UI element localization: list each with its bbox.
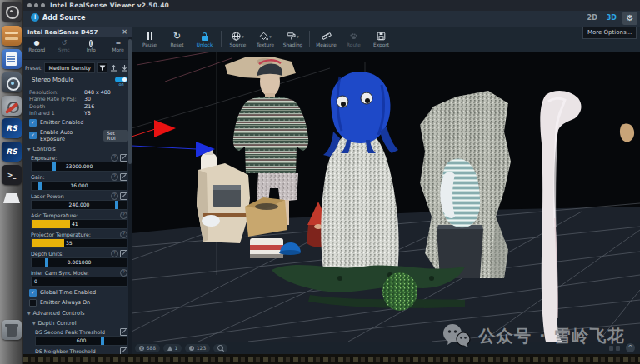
depth-control-header[interactable]: ▼ Depth Control [23,317,132,327]
ruler-icon [322,32,332,41]
viewport-3d: Pause ↻ Reset Unlock ▾ Source [132,27,640,354]
record-icon: ● [34,39,40,47]
file-manager-icon[interactable] [2,26,22,46]
display-icon[interactable] [2,188,22,208]
set-roi-button[interactable]: Set ROI [103,130,128,142]
device-panel-header: Intel RealSense D457 × [23,27,132,37]
controls-section-header[interactable]: ▼ Controls [23,143,132,153]
inter-cam-sync: Inter Cam Sync Mode: ? 0 [23,268,132,287]
gain-slider[interactable]: 16.000 [31,181,128,191]
auto-exposure-checkbox[interactable]: ✓ [29,132,37,139]
panel-scrollbar[interactable] [128,37,132,354]
small-object-right [620,123,634,142]
edit-icon[interactable] [120,347,128,355]
texture-dropdown[interactable]: ▾ Texture [252,32,279,47]
errors-badge[interactable]: × 688 [135,344,160,352]
stereo-module-row: Stereo Module on [23,75,132,87]
preset-row: Preset: Medium Density [23,60,132,75]
shading-dropdown[interactable]: ▾ Shading [279,32,307,47]
edit-icon[interactable] [120,154,128,162]
terminal-icon[interactable]: >_ [2,165,22,185]
help-icon[interactable]: ? [111,250,118,257]
paint-bucket-icon [259,32,268,41]
tab-3d[interactable]: 3D [607,14,617,22]
trash-icon[interactable] [2,320,22,340]
window-title: Intel RealSense Viewer v2.50.40 [50,2,169,9]
close-icon[interactable]: × [122,28,128,36]
upload-preset-button[interactable] [109,63,118,72]
help-icon[interactable]: ? [120,212,128,219]
info-button[interactable]: i Info [78,39,105,59]
measure-button[interactable]: Measure [312,32,340,47]
save-icon [377,32,386,41]
help-icon[interactable]: ? [111,154,118,162]
app-header: + Add Source 2D 3D ⚙ [23,11,640,27]
advanced-controls-header[interactable]: ▼ Advanced Controls [23,307,132,317]
document-editor-icon[interactable] [2,49,22,69]
error-icon: × [139,346,144,351]
realsense-app-icon[interactable]: RS [2,118,22,138]
global-time-checkbox[interactable]: ✓ [29,289,37,297]
desktop-wallpaper-strip [23,354,640,364]
help-icon[interactable]: ? [120,231,128,238]
help-icon[interactable]: ? [111,173,118,181]
paw-icon [349,32,358,41]
chevron-down-icon: ▾ [297,34,299,39]
emitter-enabled-checkbox[interactable]: ✓ [29,119,37,127]
camera-app-icon[interactable] [2,72,22,92]
info-icon: i [89,40,92,47]
laser-power-slider[interactable]: 240.000 [31,200,128,210]
watermark: 公众号 · 雪岭飞花 [442,323,626,348]
record-button[interactable]: ● Record [23,39,51,59]
add-source-button[interactable]: + Add Source [31,13,86,22]
pause-button[interactable]: Pause [136,32,163,47]
help-icon[interactable]: ? [111,192,118,200]
settings-gear-button[interactable]: ⚙ [622,12,638,25]
window-controls[interactable] [28,3,45,7]
export-button[interactable]: Export [368,32,395,47]
device-panel: Intel RealSense D457 × ● Record ↺ Sync i… [23,27,132,354]
notifications-badge[interactable]: i 123 [185,344,210,352]
caret-down-icon: ▼ [32,322,35,326]
reset-button[interactable]: ↻ Reset [163,32,191,47]
realsense-app-icon-2[interactable]: RS [2,142,22,162]
exposure-slider[interactable]: 33000.000 [31,162,128,172]
app-lens-icon[interactable] [2,2,22,22]
pointcloud-scene[interactable] [132,52,640,342]
unlock-button[interactable]: Unlock [191,32,218,47]
magenta-guides [137,52,232,82]
octopus-figure-pointcloud [321,72,398,280]
ds-second-peak-slider[interactable]: 600 [35,336,128,346]
source-dropdown[interactable]: ▾ Source [224,32,252,47]
window-titlebar: Intel RealSense Viewer v2.50.40 [23,0,640,12]
info-icon: i [189,346,194,351]
reset-icon: ↻ [173,32,181,42]
desktop: RS RS >_ Intel RealSense Viewer v2.50.40… [0,0,640,364]
edit-icon[interactable] [120,173,128,181]
warnings-badge[interactable]: 1 [163,344,182,352]
device-title: Intel RealSense D457 [28,29,98,36]
sync-button[interactable]: ↺ Sync [51,39,78,59]
inter-cam-sync-input[interactable]: 0 [31,277,128,287]
tab-2d[interactable]: 2D [588,14,598,22]
warning-icon [168,346,172,351]
stereo-module-toggle[interactable] [115,77,128,82]
preset-dropdown[interactable]: Medium Density [44,62,95,73]
funnel-icon [99,65,106,72]
help-icon[interactable]: ? [120,269,128,277]
edit-icon[interactable] [120,250,128,257]
paint-roller-icon [287,32,296,41]
depth-units-slider[interactable]: 0.001000 [31,257,128,267]
caret-down-icon: ▼ [28,312,30,316]
gain-control: Gain: ? 16.000 [23,172,132,192]
edit-icon[interactable] [120,192,128,200]
edit-icon[interactable] [120,328,128,336]
search-icon [218,345,223,351]
projector-temperature-bar: 35 [31,238,128,248]
preset-filter-button[interactable] [97,62,108,73]
emitter-always-on-checkbox[interactable] [29,299,37,307]
scroll-top-button[interactable]: ^ [626,343,635,352]
system-settings-icon[interactable] [2,96,22,116]
search-button[interactable] [213,344,228,352]
shrub-pointcloud [382,272,418,311]
